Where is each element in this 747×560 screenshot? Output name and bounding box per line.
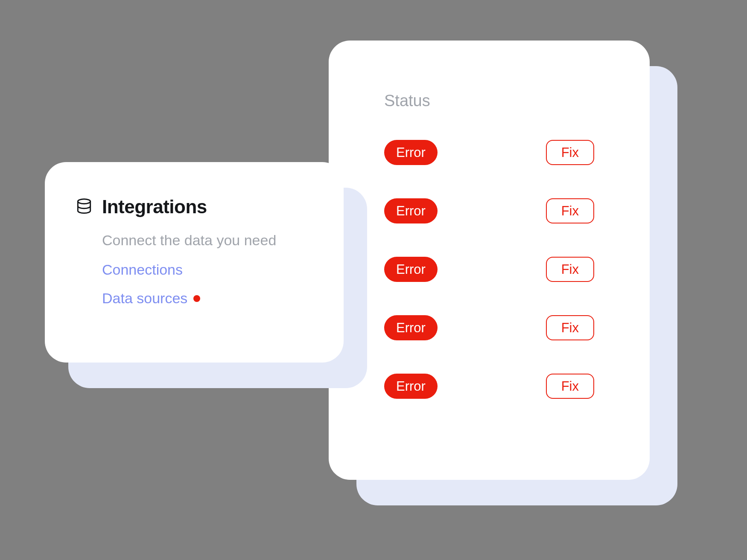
error-badge: Error — [384, 374, 438, 399]
fix-button[interactable]: Fix — [546, 257, 594, 282]
status-card: Status Error Fix Error Fix Error Fix Err… — [329, 41, 650, 480]
link-connections[interactable]: Connections — [102, 261, 314, 278]
svg-point-0 — [78, 199, 90, 204]
fix-button[interactable]: Fix — [546, 315, 594, 340]
integrations-card: Integrations Connect the data you need C… — [45, 162, 344, 363]
status-heading: Status — [384, 92, 594, 110]
status-rows: Error Fix Error Fix Error Fix Error Fix … — [384, 140, 594, 399]
error-badge: Error — [384, 198, 438, 223]
status-row: Error Fix — [384, 374, 594, 399]
error-badge: Error — [384, 140, 438, 165]
status-row: Error Fix — [384, 257, 594, 282]
fix-button[interactable]: Fix — [546, 374, 594, 399]
link-connections-label: Connections — [102, 261, 183, 278]
link-data-sources-label: Data sources — [102, 290, 187, 307]
link-data-sources[interactable]: Data sources — [102, 290, 314, 307]
fix-button[interactable]: Fix — [546, 140, 594, 165]
integrations-title-row: Integrations — [75, 196, 314, 218]
alert-dot-icon — [193, 295, 200, 302]
fix-button[interactable]: Fix — [546, 198, 594, 223]
status-row: Error Fix — [384, 140, 594, 165]
integrations-subtitle: Connect the data you need — [102, 232, 314, 249]
error-badge: Error — [384, 257, 438, 282]
status-row: Error Fix — [384, 198, 594, 223]
integrations-title: Integrations — [102, 196, 207, 218]
status-row: Error Fix — [384, 315, 594, 340]
error-badge: Error — [384, 315, 438, 340]
database-icon — [75, 197, 93, 216]
